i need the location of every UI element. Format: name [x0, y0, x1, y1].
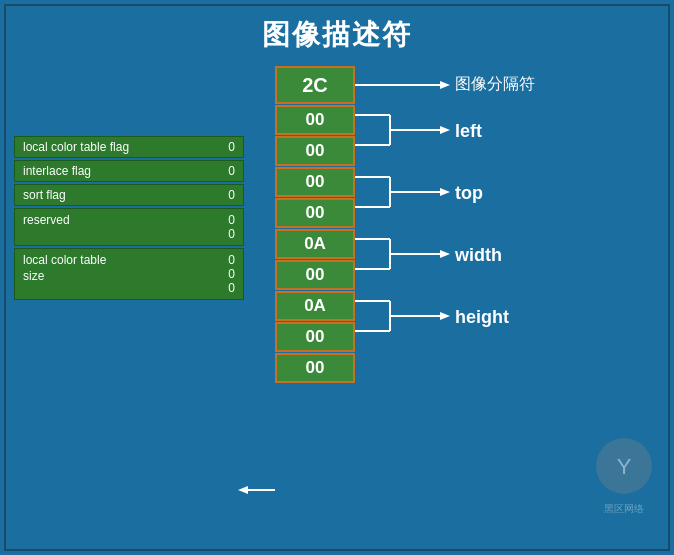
byte-00-5: 00: [275, 260, 355, 290]
svg-marker-18: [440, 250, 450, 258]
reserved-value-0: 0: [228, 213, 235, 227]
sort-flag-value: 0: [228, 188, 235, 202]
byte-00-6: 00: [275, 322, 355, 352]
local-color-table-size-label: local color tablesize: [23, 253, 224, 284]
sort-flag-row: sort flag 0: [14, 184, 244, 206]
local-color-table-flag-value: 0: [228, 140, 235, 154]
diagram-area: local color table flag 0 interlace flag …: [0, 66, 674, 526]
local-color-table-size-val-0: 0: [228, 253, 235, 267]
label-left: left: [455, 121, 482, 142]
interlace-flag-label: interlace flag: [23, 164, 224, 178]
svg-marker-23: [440, 312, 450, 320]
label-top: top: [455, 183, 483, 204]
byte-0A-2: 0A: [275, 291, 355, 321]
local-color-table-size-row: local color tablesize 0 0 0: [14, 248, 244, 300]
watermark-text: 黑区网络: [594, 502, 654, 516]
bytes-column: 2C 00 00 00 00 0A 00 0A 00 00: [275, 66, 355, 384]
local-color-table-size-val-2: 0: [228, 281, 235, 295]
local-color-table-flag-row: local color table flag 0: [14, 136, 244, 158]
byte-2C: 2C: [275, 66, 355, 104]
label-height: height: [455, 307, 509, 328]
label-image-separator: 图像分隔符: [455, 74, 535, 95]
svg-marker-1: [440, 81, 450, 89]
byte-00-2: 00: [275, 136, 355, 166]
left-panel: local color table flag 0 interlace flag …: [14, 136, 244, 302]
local-color-table-size-val-1: 0: [228, 267, 235, 281]
reserved-label: reserved: [23, 213, 224, 227]
byte-00-7: 00: [275, 353, 355, 383]
sort-flag-label: sort flag: [23, 188, 224, 202]
local-color-table-flag-label: local color table flag: [23, 140, 224, 154]
svg-text:Y: Y: [617, 454, 632, 479]
svg-marker-13: [440, 188, 450, 196]
label-width: width: [455, 245, 502, 266]
svg-marker-8: [440, 126, 450, 134]
byte-00-1: 00: [275, 105, 355, 135]
interlace-flag-value: 0: [228, 164, 235, 178]
watermark: Y 黑区网络: [594, 436, 654, 516]
svg-marker-3: [238, 486, 248, 494]
reserved-row: reserved 0 0: [14, 208, 244, 246]
reserved-value-1: 0: [228, 227, 235, 241]
interlace-flag-row: interlace flag 0: [14, 160, 244, 182]
byte-00-4: 00: [275, 198, 355, 228]
byte-0A-1: 0A: [275, 229, 355, 259]
byte-00-3: 00: [275, 167, 355, 197]
